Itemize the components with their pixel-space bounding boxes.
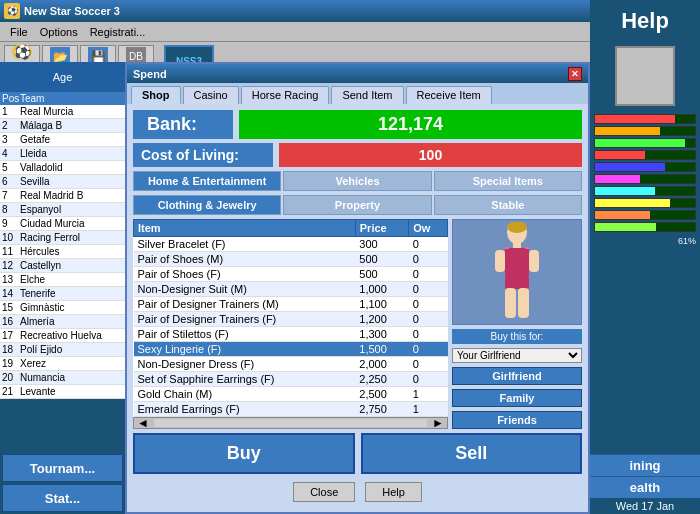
svg-rect-8	[505, 277, 529, 289]
dialog-footer: Close Help	[133, 478, 582, 506]
bar-row	[594, 186, 696, 196]
league-row: 19Xerez	[0, 357, 125, 371]
pct-label: 61%	[590, 236, 700, 246]
league-row: 4Lleida	[0, 147, 125, 161]
bar-bg	[594, 114, 696, 124]
league-row: 11Hércules	[0, 245, 125, 259]
table-row[interactable]: Pair of Stilettos (F)1,3000	[134, 327, 448, 342]
table-row[interactable]: Sexy Lingerie (F)1,5000	[134, 342, 448, 357]
tab-horse-racing[interactable]: Horse Racing	[241, 86, 330, 104]
cat-home-entertainment[interactable]: Home & Entertainment	[133, 171, 281, 191]
cat-vehicles[interactable]: Vehicles	[283, 171, 431, 191]
scroll-right-btn[interactable]: ►	[429, 416, 447, 430]
girlfriend-btn[interactable]: Girlfriend	[452, 367, 582, 385]
table-row[interactable]: Non-Designer Dress (F)2,0000	[134, 357, 448, 372]
tab-receive-item[interactable]: Receive Item	[406, 86, 492, 104]
table-row[interactable]: Pair of Designer Trainers (M)1,1000	[134, 297, 448, 312]
cat-stable[interactable]: Stable	[434, 195, 582, 215]
table-row[interactable]: Pair of Shoes (F)5000	[134, 267, 448, 282]
tab-casino[interactable]: Casino	[183, 86, 239, 104]
buy-for-select[interactable]: Your Girlfriend Family Friends Self	[452, 348, 582, 363]
bar-bg	[594, 174, 696, 184]
help-header: Help	[590, 0, 700, 42]
bank-value: 121,174	[239, 110, 582, 139]
dialog-title: Spend	[133, 68, 167, 80]
friends-btn[interactable]: Friends	[452, 411, 582, 429]
bar-row	[594, 162, 696, 172]
app-title: New Star Soccer 3	[24, 5, 120, 17]
item-table-body: Silver Bracelet (F)3000Pair of Shoes (M)…	[134, 237, 448, 417]
sell-btn[interactable]: Sell	[361, 433, 583, 474]
league-row: 20Numancia	[0, 371, 125, 385]
stats-btn[interactable]: Stat...	[2, 484, 123, 512]
horizontal-scrollbar[interactable]: ◄ ►	[133, 417, 448, 429]
league-row: 5Valladolid	[0, 161, 125, 175]
mannequin-area	[452, 219, 582, 325]
buy-sell-row: Buy Sell	[133, 433, 582, 474]
menu-file[interactable]: File	[4, 25, 34, 39]
tab-shop[interactable]: Shop	[131, 86, 181, 104]
scroll-track	[154, 419, 427, 427]
svg-rect-3	[505, 248, 529, 278]
bar-row	[594, 174, 696, 184]
bank-row: Bank: 121,174	[133, 110, 582, 139]
bar-fill	[595, 115, 675, 123]
item-table-container: Item Price Ow Silver Bracelet (F)3000Pai…	[133, 219, 448, 429]
menu-registrati[interactable]: Registrati...	[84, 25, 152, 39]
league-row: 16Almería	[0, 315, 125, 329]
bar-bg	[594, 150, 696, 160]
table-row[interactable]: Set of Sapphire Earrings (F)2,2500	[134, 372, 448, 387]
table-row[interactable]: Gold Chain (M)2,5001	[134, 387, 448, 402]
dialog-titlebar: Spend ✕	[127, 64, 588, 83]
help-btn[interactable]: Help	[365, 482, 422, 502]
dialog-close-btn[interactable]: ✕	[568, 67, 582, 81]
bar-bg	[594, 162, 696, 172]
left-panel: Age Pos Team 1Real Murcia2Málaga B3Getaf…	[0, 62, 125, 514]
col-item-header: Item	[134, 220, 356, 237]
svg-rect-2	[513, 242, 521, 248]
table-row[interactable]: Silver Bracelet (F)3000	[134, 237, 448, 252]
bank-label: Bank:	[133, 110, 233, 139]
table-row[interactable]: Non-Designer Suit (M)1,0000	[134, 282, 448, 297]
league-row: 17Recreativo Huelva	[0, 329, 125, 343]
cat-special-items[interactable]: Special Items	[434, 171, 582, 191]
league-header: Pos Team	[0, 92, 125, 105]
health-label: ealth	[590, 476, 700, 498]
table-row[interactable]: Pair of Designer Trainers (F)1,2000	[134, 312, 448, 327]
bar-fill	[595, 127, 660, 135]
bar-bg	[594, 186, 696, 196]
tab-send-item[interactable]: Send Item	[331, 86, 403, 104]
league-row: 7Real Madrid B	[0, 189, 125, 203]
league-row: 6Sevilla	[0, 175, 125, 189]
buy-btn[interactable]: Buy	[133, 433, 355, 474]
mannequin-svg	[487, 222, 547, 322]
league-row: 21Levante	[0, 385, 125, 399]
scroll-left-btn[interactable]: ◄	[134, 416, 152, 430]
league-row: 15Gimnàstic	[0, 301, 125, 315]
cat-clothing-jewelry[interactable]: Clothing & Jewelry	[133, 195, 281, 215]
close-btn[interactable]: Close	[293, 482, 355, 502]
team-header: Team	[20, 93, 123, 104]
table-row[interactable]: Pair of Shoes (M)5000	[134, 252, 448, 267]
league-row: 2Málaga B	[0, 119, 125, 133]
league-rows-container: 1Real Murcia2Málaga B3Getafe4Lleida5Vall…	[0, 105, 125, 399]
league-table: Pos Team 1Real Murcia2Málaga B3Getafe4Ll…	[0, 92, 125, 399]
col-own-header: Ow	[409, 220, 448, 237]
bar-fill	[595, 163, 665, 171]
league-row: 3Getafe	[0, 133, 125, 147]
bar-bg	[594, 198, 696, 208]
league-row: 10Racing Ferrol	[0, 231, 125, 245]
spend-dialog: Spend ✕ Shop Casino Horse Racing Send It…	[125, 62, 590, 514]
bar-fill	[595, 211, 650, 219]
family-btn[interactable]: Family	[452, 389, 582, 407]
bar-row	[594, 138, 696, 148]
league-row: 18Polí Ejido	[0, 343, 125, 357]
cat-property[interactable]: Property	[283, 195, 431, 215]
table-row[interactable]: Emerald Earrings (F)2,7501	[134, 402, 448, 417]
svg-rect-10	[518, 288, 529, 318]
mining-label: ining	[590, 454, 700, 476]
menu-options[interactable]: Options	[34, 25, 84, 39]
tournament-btn[interactable]: Tournam...	[2, 454, 123, 482]
pos-header: Pos	[2, 93, 20, 104]
bar-row	[594, 222, 696, 232]
